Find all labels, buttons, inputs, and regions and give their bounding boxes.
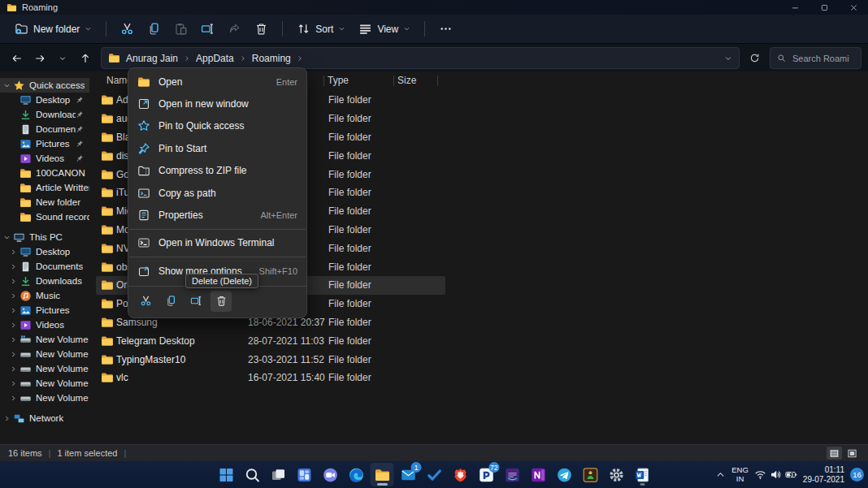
taskbar-idm-button[interactable] <box>579 463 602 486</box>
more-options-button[interactable] <box>432 18 459 41</box>
chevron-right-icon[interactable] <box>10 277 20 285</box>
sidebar-item-desktop[interactable]: Desktop <box>0 93 89 107</box>
menu-copy-button[interactable] <box>160 291 181 312</box>
sort-button[interactable]: Sort <box>290 18 352 41</box>
breadcrumb[interactable]: Anurag Jain AppData Roaming <box>101 47 740 69</box>
chevron-right-icon[interactable] <box>10 306 20 314</box>
column-header-size[interactable]: Size <box>394 71 437 89</box>
language-indicator[interactable]: ENG IN <box>731 466 749 483</box>
menu-separator[interactable] <box>129 229 306 230</box>
taskbar-brave-button[interactable] <box>449 463 472 486</box>
large-icons-view-button[interactable] <box>844 447 860 460</box>
taskbar-telegram-button[interactable] <box>553 463 576 486</box>
sidebar-item-new-folder[interactable]: New folder <box>0 195 89 209</box>
chevron-down-icon[interactable] <box>3 233 13 241</box>
chevron-right-icon[interactable] <box>10 292 20 300</box>
sidebar-item-pc-pictures[interactable]: Pictures <box>0 303 89 317</box>
breadcrumb-item[interactable]: AppData <box>196 53 246 64</box>
menu-item-pin-start[interactable]: Pin to Start <box>132 137 303 159</box>
sidebar-item-pc-documents[interactable]: Documents <box>0 259 89 274</box>
sidebar-item-network[interactable]: Network <box>0 411 89 425</box>
sidebar-item-volume-g[interactable]: New Volume (G:) <box>0 391 89 405</box>
sidebar-item-downloads[interactable]: Downloads <box>0 107 89 122</box>
menu-item-compress-zip[interactable]: Compress to ZIP file <box>132 160 303 182</box>
chevron-right-icon[interactable] <box>10 262 20 270</box>
sidebar-item-this-pc[interactable]: This PC <box>0 230 89 244</box>
chevron-right-icon[interactable] <box>10 379 20 387</box>
sidebar-item-volume-e[interactable]: New Volume (E:) <box>0 361 89 376</box>
tray-status-icons[interactable] <box>754 469 797 481</box>
chevron-down-icon[interactable] <box>3 81 13 89</box>
sidebar-item-100canon[interactable]: 100CANON <box>0 166 89 180</box>
sidebar-item-volume-c[interactable]: New Volume (C:) <box>0 332 89 347</box>
menu-item-open[interactable]: Open Enter <box>132 71 303 93</box>
hidden-icons-button[interactable] <box>715 469 726 480</box>
paste-button[interactable] <box>167 18 194 41</box>
menu-item-properties[interactable]: Properties Alt+Enter <box>132 204 303 226</box>
minimize-button[interactable] <box>780 0 809 15</box>
taskbar-word-button[interactable] <box>631 463 654 486</box>
sidebar-item-volume-d[interactable]: New Volume (D:) <box>0 347 89 361</box>
chevron-right-icon[interactable] <box>10 394 20 402</box>
sidebar-item-documents[interactable]: Documents <box>0 122 89 136</box>
chevron-right-icon[interactable] <box>10 248 20 256</box>
breadcrumb-item[interactable]: Anurag Jain <box>126 53 190 64</box>
column-divider[interactable] <box>437 76 438 86</box>
taskbar-todo-button[interactable] <box>423 463 446 486</box>
chevron-right-icon[interactable] <box>3 414 13 422</box>
close-button[interactable] <box>839 0 868 15</box>
sidebar-item-article-written[interactable]: Article Written <box>0 180 89 195</box>
taskbar-widgets-button[interactable] <box>293 463 316 486</box>
forward-button[interactable] <box>29 48 50 68</box>
view-button[interactable]: View <box>352 18 417 41</box>
sidebar-item-sound-recordings[interactable]: Sound recordings <box>0 209 89 224</box>
details-view-button[interactable] <box>827 447 842 460</box>
taskbar-mail-button[interactable]: 1 <box>397 463 420 486</box>
share-button[interactable] <box>221 18 248 41</box>
copy-button[interactable] <box>141 18 167 41</box>
sidebar-item-quick-access[interactable]: Quick access <box>0 78 89 93</box>
chevron-down-icon[interactable] <box>724 54 732 63</box>
sidebar-item-pictures[interactable]: Pictures <box>0 136 89 151</box>
vlc[interactable]: vlc 16-07-2021 15:40 File folder <box>96 369 445 387</box>
sidebar-item-videos[interactable]: Videos <box>0 151 89 166</box>
search-input[interactable] <box>791 53 851 64</box>
cut-button[interactable] <box>114 18 141 41</box>
breadcrumb-item[interactable]: Roaming <box>252 53 303 64</box>
menu-item-open-windows-terminal[interactable]: Open in Windows Terminal <box>132 232 303 254</box>
menu-separator[interactable] <box>129 257 306 257</box>
sidebar-item-volume-f[interactable]: New Volume (F:) <box>0 376 89 391</box>
rename-button[interactable] <box>194 18 221 41</box>
chevron-right-icon[interactable] <box>10 321 20 329</box>
column-header-type[interactable]: Type <box>324 71 393 89</box>
sidebar-item-pc-videos[interactable]: Videos <box>0 317 89 332</box>
notification-count-badge[interactable]: 16 <box>850 468 864 482</box>
menu-item-open-new-window[interactable]: Open in new window <box>132 93 303 114</box>
menu-item-copy-as-path[interactable]: Copy as path <box>132 182 303 204</box>
refresh-button[interactable] <box>744 48 765 68</box>
back-button[interactable] <box>7 48 27 68</box>
sidebar-item-pc-desktop[interactable]: Desktop <box>0 244 89 259</box>
new-folder-button[interactable]: New folder <box>8 18 98 41</box>
Telegram Desktop[interactable]: Telegram Desktop 28-07-2021 11:03 File f… <box>96 331 445 350</box>
taskbar-start-button[interactable] <box>215 463 238 486</box>
sidebar-item-pc-music[interactable]: Music <box>0 288 89 303</box>
menu-delete-button[interactable] <box>210 291 232 312</box>
menu-cut-button[interactable] <box>135 291 156 312</box>
taskbar-paytm-button[interactable]: 72 <box>475 463 498 486</box>
taskbar-chat-button[interactable] <box>319 463 342 486</box>
delete-button[interactable] <box>248 18 275 41</box>
maximize-button[interactable] <box>809 0 839 15</box>
taskbar-task-view-button[interactable] <box>267 463 290 486</box>
up-button[interactable] <box>75 48 95 68</box>
TypingMaster10[interactable]: TypingMaster10 23-03-2021 11:52 File fol… <box>96 350 445 369</box>
taskbar-settings-button[interactable] <box>605 463 628 486</box>
taskbar-onenote-button[interactable] <box>527 463 550 486</box>
menu-item-pin-quick-access[interactable]: Pin to Quick access <box>132 115 303 137</box>
sidebar-item-pc-downloads[interactable]: Downloads <box>0 274 89 288</box>
taskbar-file-explorer-button[interactable] <box>371 463 394 486</box>
clock[interactable]: 01:11 29-07-2021 <box>803 465 844 485</box>
taskbar-edge-button[interactable] <box>345 463 368 486</box>
chevron-right-icon[interactable] <box>10 350 20 358</box>
taskbar-amazon-music-button[interactable] <box>501 463 524 486</box>
